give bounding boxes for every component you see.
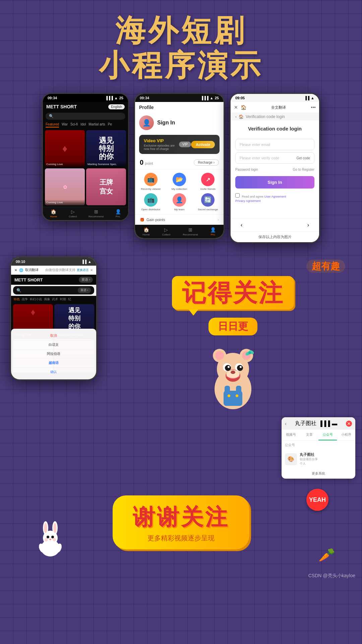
status-bar-3: 09:05 ▐▐ ▲ bbox=[231, 94, 319, 102]
svg-point-31 bbox=[49, 539, 51, 540]
tab-articles[interactable]: 文章 bbox=[300, 430, 318, 440]
bottom-nav-2: 🏠 Home ▷ Collect ⊞ Recommend 👤 Pro. bbox=[135, 225, 224, 238]
activate-button[interactable]: Activate bbox=[191, 141, 215, 148]
drama-title-1: Cunning Love bbox=[45, 161, 85, 167]
page-subtitle[interactable]: 全文翻译 bbox=[271, 105, 286, 110]
cancel-translation-icon[interactable]: ✕ bbox=[14, 268, 17, 272]
language-button[interactable]: English bbox=[108, 104, 125, 109]
points-row: 0 point Recharge › bbox=[135, 156, 224, 169]
menu-grid: 📺 Recently viewed 📂 My collection ↗ Invi… bbox=[135, 169, 224, 214]
follow-banner: 记得关注 bbox=[172, 276, 294, 310]
close-icon[interactable]: ✕ bbox=[234, 105, 238, 110]
nav-profile-1[interactable]: 👤 Pro. bbox=[115, 209, 121, 218]
svg-point-29 bbox=[47, 536, 49, 538]
svg-point-19 bbox=[236, 394, 238, 397]
more-systems-link[interactable]: 更多系统 bbox=[282, 469, 355, 479]
password-login-link[interactable]: Password login bbox=[235, 168, 258, 171]
change-lang-link[interactable]: 更换语言 bbox=[77, 268, 89, 272]
browser-back[interactable]: ‹ bbox=[241, 222, 242, 228]
points-value: 0 bbox=[140, 159, 143, 166]
profile-header: Profile bbox=[135, 102, 224, 113]
svg-point-22 bbox=[248, 352, 251, 354]
recently-viewed-icon: 📺 bbox=[144, 173, 158, 186]
menu-my-team[interactable]: 👤 My team bbox=[166, 193, 192, 211]
menu-recently-viewed[interactable]: 📺 Recently viewed bbox=[138, 173, 164, 191]
search-bar-1[interactable]: 🔍 bbox=[46, 113, 125, 120]
attribution: CSDN @秃头小kayloe bbox=[0, 570, 362, 582]
svg-point-9 bbox=[237, 365, 243, 371]
title-section: 海外短剧 小程序演示 bbox=[0, 0, 362, 93]
wechat-account-desc1: 创业项目分享 bbox=[300, 457, 352, 462]
browser-nav: ‹ › bbox=[231, 218, 319, 231]
phone-profile: 09:34 ▐▐▐ ▲ 25 Profile 👤 Sign In Video V… bbox=[134, 93, 225, 239]
svg-rect-17 bbox=[224, 391, 242, 406]
drama-thumb-4[interactable]: 王牌宫女 bbox=[86, 168, 126, 205]
sign-in-text[interactable]: Sign In bbox=[157, 120, 175, 126]
get-code-button[interactable]: Get code bbox=[296, 156, 310, 160]
lang-confirm[interactable]: 确认 bbox=[14, 368, 94, 377]
drama-title-2: Meeting Someone Spec. bbox=[86, 161, 126, 167]
nav-recommend-2[interactable]: ⊞ Recommend bbox=[183, 227, 198, 236]
browser-forward[interactable]: › bbox=[307, 222, 309, 228]
wechat-tabs: 视频号 文章 公众号 小程序 bbox=[282, 430, 355, 441]
translate-label: 🌐 bbox=[19, 268, 23, 272]
mascot-section: 超有趣 记得关注 日日更 bbox=[111, 257, 355, 479]
nav-collect-2[interactable]: ▷ Collect bbox=[162, 227, 170, 236]
tab-miniapp[interactable]: 小程序 bbox=[337, 430, 355, 440]
svg-point-28 bbox=[53, 523, 57, 533]
recharge-button[interactable]: Recharge › bbox=[194, 159, 219, 166]
svg-point-18 bbox=[228, 394, 230, 397]
save-image-button[interactable]: 保存以上内容为图片 bbox=[231, 231, 319, 242]
gain-points-label[interactable]: Gain points bbox=[146, 218, 165, 222]
menu-my-collection[interactable]: 📂 My collection bbox=[166, 173, 192, 191]
drama-thumb-3[interactable]: 🌸 Cunning Love bbox=[45, 168, 85, 205]
lang-cancel[interactable]: 取消 bbox=[14, 331, 94, 340]
wechat-back-icon[interactable]: ‹ bbox=[285, 421, 287, 426]
phone4-screen: 09:10 ▐▐ ▲ ✕ 🌐 取消翻译 由微信提供翻译支持 更换语言 ✕ bbox=[11, 258, 96, 379]
wechat-close-button[interactable]: ✕ bbox=[346, 421, 352, 427]
more-icon[interactable]: ••• bbox=[311, 105, 316, 110]
menu-secret-exchange[interactable]: 🔄 Secret exchange bbox=[195, 193, 221, 211]
nav-home-2[interactable]: 🏠 Home bbox=[142, 227, 149, 236]
go-register-link[interactable]: Go to Register bbox=[293, 168, 314, 171]
privacy-agreement-link[interactable]: Privacy Agreement bbox=[235, 199, 261, 203]
svg-point-14 bbox=[231, 371, 235, 374]
status-bar-2: 09:34 ▐▐▐ ▲ 25 bbox=[135, 94, 224, 102]
nav-recommend-1[interactable]: ⊞ Recommend bbox=[88, 209, 104, 218]
wechat-name: 丸子图社 bbox=[295, 420, 316, 427]
login-links: Password login Go to Register bbox=[231, 166, 319, 173]
nav-collect-1[interactable]: ▷ Collect bbox=[69, 209, 77, 218]
svg-point-3 bbox=[215, 351, 224, 360]
menu-invite-friends[interactable]: ↗ Invite friends bbox=[195, 173, 221, 191]
lang-option-2[interactable]: 阿拉伯语 bbox=[14, 350, 94, 359]
app-header-1: METT SHORT English bbox=[43, 102, 128, 111]
exchange-icon: 🔄 bbox=[201, 193, 215, 207]
lang-option-1[interactable]: 白话文 bbox=[14, 340, 94, 350]
lang-button-4[interactable]: 英语 › bbox=[79, 277, 93, 283]
home-icon[interactable]: 🏠 bbox=[241, 105, 246, 110]
user-agreement-link[interactable]: User Agreement bbox=[264, 195, 286, 198]
nav-home-1[interactable]: 🏠 Home bbox=[50, 209, 57, 218]
drama-title-3: Cunning Love bbox=[45, 200, 85, 205]
drama-thumb-1[interactable]: ♦ Cunning Love bbox=[45, 130, 85, 167]
team-icon: 👤 bbox=[173, 193, 186, 207]
close-translation-icon[interactable]: ✕ bbox=[90, 268, 93, 272]
agree-checkbox[interactable] bbox=[235, 193, 240, 198]
app-header-4: METT SHORT 英语 › bbox=[11, 275, 96, 285]
drama-thumb-2[interactable]: 遇见特别的你 Meeting Someone Spec. bbox=[86, 130, 126, 167]
lang-option-3[interactable]: 越南语 bbox=[14, 359, 94, 368]
daily-update-badge: 日日更 bbox=[208, 318, 257, 335]
sign-in-button[interactable]: Sign In bbox=[235, 176, 314, 189]
vip-badge: VIP bbox=[179, 142, 191, 147]
verify-code-input[interactable]: Please enter verify code Get code bbox=[235, 152, 314, 164]
wechat-account-item[interactable]: 🎨 丸子图社 创业项目分享 个人 bbox=[282, 449, 355, 469]
gain-points-row: 🎁 Gain points › bbox=[135, 214, 224, 225]
tab-public[interactable]: 公众号 bbox=[318, 430, 337, 440]
phone3-screen: 09:05 ▐▐ ▲ ✕ 🏠 全文翻译 ••• ‹ 🏠 Verifi bbox=[231, 94, 319, 242]
wechat-account-desc2: 个人 bbox=[300, 462, 352, 466]
nav-profile-2[interactable]: 👤 Pro. bbox=[210, 227, 216, 236]
tab-videos[interactable]: 视频号 bbox=[282, 430, 300, 440]
menu-open-distributor[interactable]: 📺 Open distributor bbox=[138, 193, 164, 211]
categories-1: Featured War Sci-fi Idol Martial arts Pe bbox=[43, 121, 128, 129]
email-input[interactable]: Please enter email bbox=[235, 139, 314, 150]
